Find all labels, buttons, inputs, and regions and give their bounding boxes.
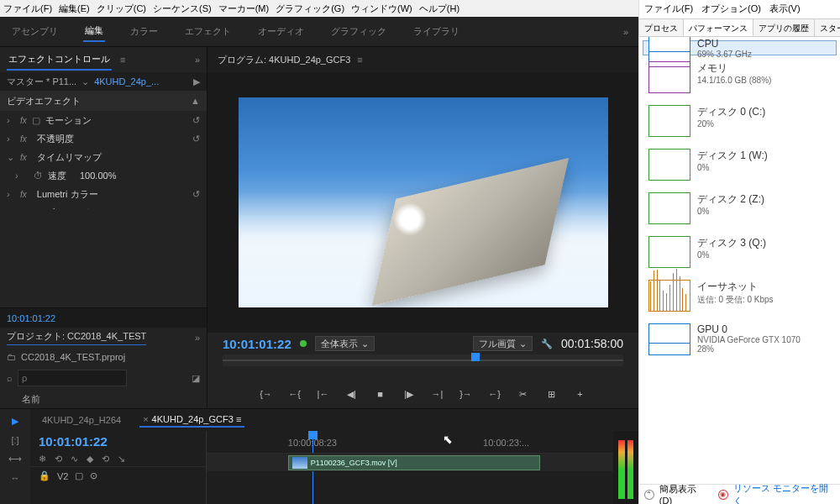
tm-resource-item[interactable]: ディスク 1 (W:)0%	[643, 143, 837, 186]
simple-view-button[interactable]: 簡易表示(D)	[659, 483, 708, 504]
timeline-option-icon[interactable]: ⟲	[102, 454, 109, 465]
menu-item[interactable]: ウィンドウ(W)	[351, 3, 412, 15]
transport-button[interactable]: →|	[431, 389, 444, 399]
workspace-tab[interactable]: エフェクト	[183, 22, 233, 41]
effect-row[interactable]: ›⏱速度100.00%	[0, 166, 207, 185]
video-track[interactable]: P1100236_GCF3.mov [V]	[207, 453, 613, 471]
timeline-option-icon[interactable]: ∿	[71, 454, 78, 465]
timeline-clip[interactable]: P1100236_GCF3.mov [V]	[288, 455, 540, 470]
collapse-icon[interactable]: ▲	[191, 96, 200, 106]
premiere-menubar[interactable]: ファイル(F)編集(E)クリップ(C)シーケンス(S)マーカー(M)グラフィック…	[0, 0, 638, 17]
collapse-icon[interactable]: ⌃	[644, 490, 654, 500]
tm-tab[interactable]: パフォーマンス	[683, 18, 753, 36]
playhead[interactable]	[471, 353, 480, 361]
project-search-input[interactable]	[18, 370, 127, 386]
effect-row[interactable]: ⌄fxタイムリマップ	[0, 148, 207, 166]
sequence-tab[interactable]: 4KUHD_24p_H264	[39, 413, 124, 427]
timeline-tool[interactable]: ↔	[11, 473, 20, 483]
tm-resource-item[interactable]: ディスク 3 (Q:)0%	[643, 230, 837, 274]
tm-menubar[interactable]: ファイル(F)オプション(O)表示(V)	[639, 0, 840, 17]
resource-monitor-link[interactable]: リソース モニターを開く	[733, 482, 835, 505]
caret-icon[interactable]: ⌄	[7, 152, 15, 163]
transport-button[interactable]: ■	[374, 389, 387, 399]
zoom-select[interactable]: 全体表示⌄	[315, 336, 375, 351]
sequence-tab[interactable]: ×4KUHD_24p_GCF3 ≡	[139, 412, 244, 428]
settings-icon[interactable]: 🔧	[541, 339, 553, 349]
workspace-tab[interactable]: 編集	[83, 21, 105, 42]
menu-item[interactable]: マーカー(M)	[218, 3, 270, 15]
project-panel-header[interactable]: プロジェクト: CC2018_4K_TEST	[7, 330, 146, 345]
transport-button[interactable]: }→	[459, 389, 473, 399]
timeline-tool[interactable]: ⟷	[8, 454, 22, 465]
tm-tab[interactable]: プロセス	[638, 18, 684, 36]
workspace-tab[interactable]: オーディオ	[256, 22, 306, 41]
workspace-tab[interactable]: ライブラリ	[412, 22, 461, 41]
effect-value[interactable]: 100.00%	[80, 171, 116, 181]
timeline-tool[interactable]: ▶	[12, 416, 18, 427]
effect-row[interactable]: ›fx不透明度↺	[0, 129, 207, 148]
tm-tab[interactable]: アプリの履歴	[753, 18, 815, 36]
menu-item[interactable]: ヘルプ(H)	[419, 3, 459, 15]
close-icon[interactable]: ×	[143, 414, 148, 424]
menu-item[interactable]: グラフィック(G)	[276, 3, 344, 15]
transport-button[interactable]: ✂	[517, 389, 530, 400]
transport-button[interactable]: ←}	[488, 389, 501, 399]
clip-ref-link[interactable]: 4KUHD_24p_...	[94, 76, 159, 87]
panel-menu-icon[interactable]: ≡	[120, 55, 125, 65]
transport-button[interactable]: +	[574, 389, 587, 399]
tm-resource-item[interactable]: イーサネット送信: 0 受信: 0 Kbps	[643, 274, 837, 318]
track-output-icon[interactable]: ▢	[75, 470, 83, 481]
menu-item[interactable]: クリップ(C)	[97, 3, 146, 15]
menu-item[interactable]: 編集(E)	[59, 3, 90, 15]
caret-icon[interactable]: ›	[7, 134, 15, 144]
workspace-overflow-icon[interactable]: »	[623, 27, 628, 37]
timeline-option-icon[interactable]: ❄	[39, 454, 46, 465]
caret-icon[interactable]: ›	[7, 189, 15, 199]
effect-row[interactable]: ›fx▢ブラー (ガウス)↺	[0, 203, 207, 209]
timeline-option-icon[interactable]: ↘	[118, 454, 125, 465]
tm-resource-item[interactable]: メモリ14.1/16.0 GB (88%)	[643, 55, 837, 99]
timeline-option-icon[interactable]: ◆	[87, 454, 93, 465]
transport-button[interactable]: ◀|	[345, 389, 359, 400]
tm-resource-item[interactable]: CPU69% 3.67 GHz	[643, 40, 837, 55]
play-icon[interactable]: ▶	[193, 76, 200, 87]
reset-icon[interactable]: ↺	[192, 115, 200, 126]
menu-item[interactable]: シーケンス(S)	[153, 3, 212, 15]
program-video-frame[interactable]	[239, 97, 608, 307]
transport-button[interactable]: ←{	[288, 389, 302, 399]
reset-icon[interactable]: ↺	[192, 134, 200, 144]
track-visibility-icon[interactable]: ⊙	[90, 470, 97, 481]
tm-menu-item[interactable]: ファイル(F)	[644, 3, 693, 15]
tab-effect-controls[interactable]: エフェクトコントロール	[7, 50, 112, 71]
program-scrubber[interactable]	[223, 354, 623, 366]
panel-overflow-icon[interactable]: »	[195, 55, 200, 65]
caret-icon[interactable]: ›	[15, 171, 24, 181]
transport-button[interactable]: |▶	[402, 389, 416, 400]
tm-resource-item[interactable]: GPU 0NVIDIA GeForce GTX 107028%	[643, 318, 837, 361]
track-lock-icon[interactable]: 🔒	[39, 470, 50, 481]
timeline-timecode[interactable]: 10:01:01:22	[30, 431, 206, 452]
effect-row[interactable]: ›fx▢モーション↺	[0, 111, 207, 129]
workspace-tab[interactable]: グラフィック	[329, 22, 388, 41]
transport-button[interactable]: ⊞	[545, 389, 559, 400]
tm-tab[interactable]: スタートア	[814, 18, 840, 36]
project-overflow-icon[interactable]: »	[195, 333, 200, 343]
reset-icon[interactable]: ↺	[192, 189, 200, 200]
transport-button[interactable]: {→	[260, 389, 273, 399]
menu-item[interactable]: ファイル(F)	[3, 3, 52, 15]
timeline-tool[interactable]: [:]	[11, 435, 18, 445]
program-menu-icon[interactable]: ≡	[357, 55, 362, 65]
quality-select[interactable]: フル画質⌄	[473, 336, 533, 351]
tm-menu-item[interactable]: オプション(O)	[701, 3, 761, 15]
effect-row[interactable]: ›fxLumetri カラー↺	[0, 185, 207, 203]
workspace-tab[interactable]: カラー	[129, 22, 160, 41]
transport-button[interactable]: |←	[317, 389, 330, 399]
tm-resource-item[interactable]: ディスク 0 (C:)20%	[643, 99, 837, 143]
bin-icon[interactable]: ◪	[192, 373, 200, 384]
tm-menu-item[interactable]: 表示(V)	[769, 3, 801, 15]
caret-icon[interactable]: ›	[7, 115, 15, 125]
program-timecode-left[interactable]: 10:01:01:22	[223, 337, 291, 351]
timeline-ruler[interactable]: 10:00:08:23 10:00:23:... ⬉	[207, 431, 613, 453]
workspace-tab[interactable]: アセンブリ	[10, 22, 60, 41]
timeline-option-icon[interactable]: ⟲	[55, 454, 62, 465]
